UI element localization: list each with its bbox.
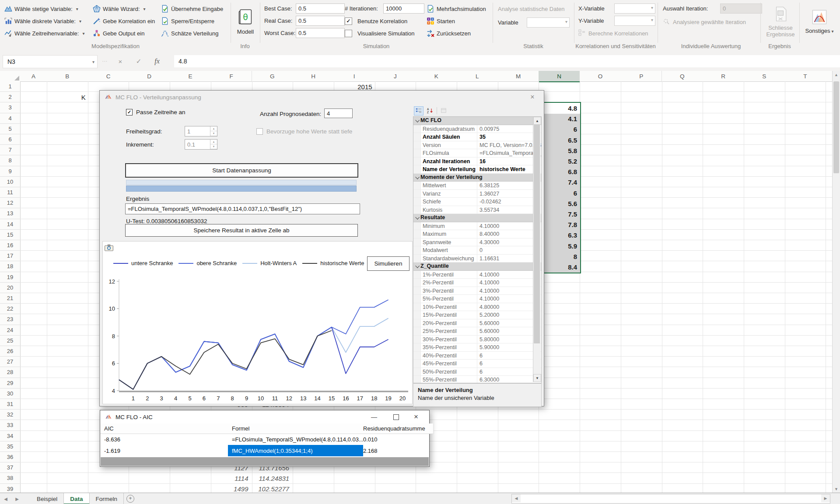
property-row[interactable]: Spannweite4.30000 <box>413 238 541 247</box>
property-row[interactable]: 45%-Perzentil6 <box>413 360 541 368</box>
vertical-scrollbar-thumb[interactable] <box>833 81 839 173</box>
column-header-N[interactable]: N <box>539 71 580 82</box>
selected-cell[interactable]: 7.4 <box>539 177 580 188</box>
collapse-icon[interactable] <box>413 117 420 125</box>
selected-cell[interactable]: 6 <box>539 124 580 135</box>
column-header-I[interactable]: I <box>334 71 375 82</box>
row-header-12[interactable]: 12 <box>0 198 21 208</box>
aic-column-header[interactable]: Residuenquadratsumme <box>359 424 434 434</box>
property-value[interactable]: 6.30000 <box>477 376 541 383</box>
property-value[interactable]: 1.36027 <box>477 190 541 198</box>
minimize-icon[interactable]: — <box>364 410 384 424</box>
cancel-formula-icon[interactable]: × <box>113 55 128 67</box>
speichere-resultat-button[interactable]: Speichere Resultat in aktive Zelle ab <box>125 224 358 237</box>
property-row[interactable]: 40%-Perzentil6 <box>413 352 541 360</box>
property-row[interactable]: 15%-Perzentil5.20000 <box>413 311 541 319</box>
column-header-E[interactable]: E <box>170 71 211 82</box>
scrollbar-thumb[interactable] <box>534 125 540 343</box>
row-header-23[interactable]: 23 <box>0 314 21 325</box>
column-header-Q[interactable]: Q <box>662 71 704 82</box>
property-value[interactable]: 16 <box>477 158 541 165</box>
property-row[interactable]: VersionMC FLO, Version=7.0.4.6 <box>413 141 541 150</box>
column-header-L[interactable]: L <box>457 71 498 82</box>
ergebnis-formula-input[interactable]: =FLOsimula_TemporalS_WPmodel(4.8,0.114,0… <box>125 203 360 214</box>
active-cell[interactable]: 4.8 <box>539 103 580 113</box>
property-row[interactable]: Anzahl Säulen35 <box>413 133 541 141</box>
selected-cell[interactable]: 5.9 <box>539 241 580 251</box>
row-header-30[interactable]: 30 <box>0 388 21 399</box>
property-row[interactable]: FLOsimula=FLOsimula_TemporalS_ <box>413 149 541 158</box>
ribbon-button-modell[interactable]: θ Modell <box>233 3 258 41</box>
dialog-titlebar[interactable]: MC FLO - Verteilungsanpassung <box>100 91 544 104</box>
sheet-tab-data[interactable]: Data <box>64 493 89 504</box>
aic-cell[interactable]: =FLOsimula_TemporalS_WPmodel(4.8,0.114,0… <box>228 434 363 445</box>
column-header-B[interactable]: B <box>47 71 88 82</box>
property-row[interactable]: 10%-Perzentil4.80000 <box>413 303 541 312</box>
property-value[interactable]: 3.55734 <box>477 206 541 214</box>
ribbon-button-sonstiges[interactable]: Sonstiges <box>802 3 837 41</box>
property-row[interactable]: Maximum8.40000 <box>413 230 541 238</box>
worst-case-input[interactable]: 0.5 <box>296 28 345 38</box>
row-header-17[interactable]: 17 <box>0 251 21 261</box>
ribbon-button-wizard[interactable]: Wähle Wizard: <box>93 4 146 14</box>
property-category[interactable]: Z_Quantile <box>413 262 541 271</box>
prev-sheet-icon[interactable]: ◀ <box>0 493 11 504</box>
collapse-icon[interactable] <box>413 262 420 270</box>
sheet-tab-beispiel[interactable]: Beispiel <box>31 493 64 504</box>
sheet-tab-formeln[interactable]: Formeln <box>90 493 124 504</box>
row-header-3[interactable]: 3 <box>0 102 21 113</box>
aic-column-header[interactable]: AIC <box>100 424 232 434</box>
row-header-29[interactable]: 29 <box>0 378 21 388</box>
property-value[interactable]: 1.16631 <box>477 255 541 262</box>
selected-cell[interactable]: 6.3 <box>539 230 580 241</box>
property-row[interactable]: 1%-Perzentil4.10000 <box>413 271 541 279</box>
real-case-input[interactable]: 0.5 <box>296 16 345 26</box>
selected-cell[interactable]: 5.6 <box>539 198 580 209</box>
selected-cell[interactable]: 6 <box>539 188 580 198</box>
aic-cell[interactable]: 0.010 <box>359 434 433 445</box>
row-header-10[interactable]: 10 <box>0 177 21 187</box>
aic-cell[interactable]: -1.619 <box>100 445 232 456</box>
ribbon-button-schaetze-verteilung[interactable]: Schätze Verteilung <box>161 28 218 38</box>
selected-cell[interactable]: 6.8 <box>539 167 580 177</box>
row-header-7[interactable]: 7 <box>0 145 21 155</box>
property-row[interactable]: 25%-Perzentil5.60000 <box>413 327 541 336</box>
property-value[interactable]: 4.30000 <box>477 238 541 246</box>
aic-column-header[interactable]: Formel <box>228 424 364 434</box>
aic-cell[interactable]: 2.168 <box>359 445 433 456</box>
property-row[interactable]: Residuenquadratsum0.00975 <box>413 125 541 133</box>
property-row[interactable]: Name der Verteilunghistorische Werte <box>413 165 541 174</box>
passe-zeitreihe-checkbox[interactable]: Passe Zeitreihe an <box>126 109 186 116</box>
property-category[interactable]: Resultate <box>413 214 541 222</box>
ribbon-button-output-ein[interactable]: Gebe Output ein <box>93 28 144 38</box>
property-value[interactable]: 0.00975 <box>477 125 541 133</box>
property-grid[interactable]: MC FLOResiduenquadratsum0.00975Anzahl Sä… <box>413 116 542 383</box>
row-header-13[interactable]: 13 <box>0 208 21 219</box>
property-value[interactable]: 4.10000 <box>477 279 541 287</box>
property-row[interactable]: 2%-Perzentil4.10000 <box>413 279 541 287</box>
iterations-input[interactable]: 10000 <box>383 4 424 14</box>
column-header-R[interactable]: R <box>703 71 744 82</box>
confirm-formula-icon[interactable]: ✓ <box>131 55 146 67</box>
selected-cell[interactable]: 4.1 <box>539 114 580 124</box>
property-value[interactable]: historische Werte <box>477 165 541 173</box>
property-category[interactable]: MC FLO <box>413 117 541 125</box>
row-header-14[interactable]: 14 <box>0 219 21 230</box>
scroll-up-icon[interactable]: ▲ <box>833 71 840 78</box>
categorized-view-icon[interactable] <box>414 106 424 116</box>
property-row[interactable]: Schiefe-0.02462 <box>413 198 541 206</box>
row-header-20[interactable]: 20 <box>0 283 21 293</box>
ribbon-button-diskrete-variable[interactable]: Wähle diskrete Variable: <box>4 16 81 26</box>
row-header-33[interactable]: 33 <box>0 420 21 430</box>
row-header-38[interactable]: 38 <box>0 473 21 483</box>
column-header-O[interactable]: O <box>580 71 621 82</box>
row-header-18[interactable]: 18 <box>0 261 21 272</box>
horizontal-scrollbar[interactable]: ◀ ▶ <box>511 494 830 504</box>
property-row[interactable]: Mittelwert6.38125 <box>413 182 541 190</box>
row-header-8[interactable]: 8 <box>0 155 21 166</box>
property-value[interactable]: 4.10000 <box>477 222 541 230</box>
property-row[interactable]: Kurtosis3.55734 <box>413 206 541 214</box>
row-header-31[interactable]: 31 <box>0 399 21 410</box>
property-value[interactable]: 5.90000 <box>477 343 541 351</box>
selected-cell[interactable]: 5.8 <box>539 145 580 156</box>
